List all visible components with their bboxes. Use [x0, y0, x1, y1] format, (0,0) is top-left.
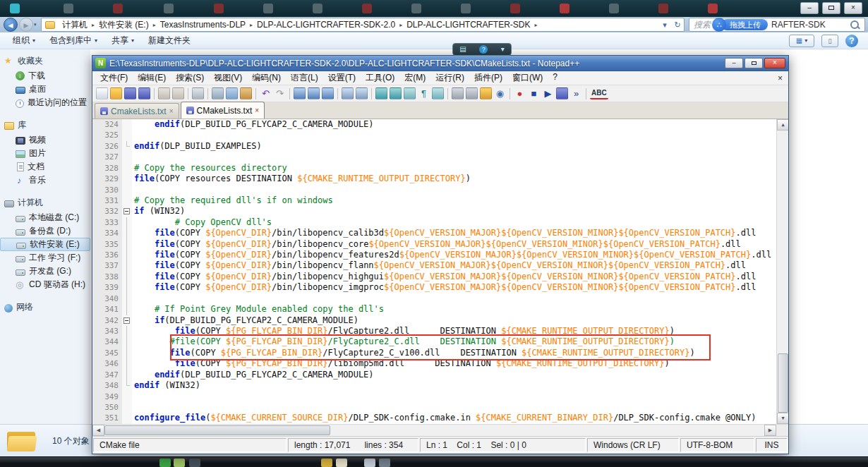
menu-icon[interactable]: ▤	[459, 44, 466, 55]
breadcrumb-segment[interactable]: 软件安装 (E:)	[95, 19, 152, 31]
taskbar-app-icon[interactable]	[321, 459, 332, 467]
taskbar-app-icon[interactable]	[364, 459, 375, 467]
breadcrumb-segment[interactable]: TexasInstruments-DLP	[157, 20, 249, 30]
code-text[interactable]: file(COPY ${OpenCV_DIR}/bin/libopencv_co…	[132, 239, 776, 250]
taskbar-app-icon[interactable]	[159, 459, 171, 467]
fold-toggle-icon[interactable]	[123, 317, 130, 324]
sidebar-group-header-computer[interactable]: 计算机	[0, 195, 90, 211]
vertical-scroll-thumb[interactable]	[778, 353, 788, 413]
fold-margin[interactable]	[122, 358, 132, 369]
app-icon[interactable]	[164, 4, 174, 13]
fold-margin[interactable]	[122, 413, 132, 423]
command-new-folder[interactable]: 新建文件夹	[141, 35, 198, 47]
code-text[interactable]: # Copy the resources directory	[132, 163, 776, 174]
save-all-icon[interactable]	[138, 87, 150, 99]
record-macro-icon[interactable]: ●	[514, 87, 526, 99]
notepad-title-bar[interactable]: N E:\TexasInstruments-DLP\DLP-ALC-LIGHTC…	[92, 56, 788, 71]
app-icon[interactable]	[708, 4, 718, 13]
menu-tools[interactable]: 工具(O)	[361, 72, 399, 84]
fold-margin[interactable]	[122, 141, 132, 152]
fold-margin[interactable]	[122, 174, 132, 184]
upload-app-icon[interactable]: ∴	[712, 18, 726, 32]
close-icon[interactable]: ×	[844, 2, 862, 14]
breadcrumb-segment[interactable]: 计算机	[59, 19, 91, 31]
sidebar-item-downloads[interactable]: 下载	[0, 69, 90, 83]
sidebar-item-software-disk-e[interactable]: 软件安装 (E:)	[0, 238, 90, 251]
app-icon[interactable]	[214, 4, 224, 13]
spell-check-icon[interactable]: ABC	[590, 88, 608, 99]
fold-margin[interactable]	[122, 315, 132, 326]
sidebar-item-desktop[interactable]: 桌面	[0, 83, 90, 96]
app-icon[interactable]	[10, 4, 20, 13]
fold-margin[interactable]	[122, 348, 132, 358]
close-icon[interactable]	[158, 87, 170, 99]
code-text[interactable]: endif (WIN32)	[132, 380, 776, 391]
menu-encoding[interactable]: 编码(N)	[247, 72, 286, 84]
word-wrap-icon[interactable]	[404, 87, 416, 99]
menu-settings[interactable]: 设置(T)	[323, 72, 361, 84]
menubar-close-icon[interactable]: ×	[778, 73, 788, 83]
floating-toolbar[interactable]: ▤?▾	[452, 43, 512, 56]
undo-icon[interactable]: ↶	[260, 87, 272, 99]
fold-margin[interactable]	[122, 250, 132, 260]
code-text[interactable]: file(COPY ${OpenCV_DIR}/bin/libopencv_fl…	[132, 260, 776, 271]
play-macro-icon[interactable]: ▶	[542, 87, 554, 99]
fold-margin[interactable]	[122, 185, 132, 195]
help-button[interactable]: ?	[845, 35, 858, 47]
function-list-icon[interactable]	[466, 87, 478, 99]
app-icon[interactable]	[113, 4, 123, 13]
sidebar-item-documents[interactable]: 文档	[0, 160, 90, 174]
folder-workspace-icon[interactable]	[480, 87, 492, 99]
app-icon[interactable]	[313, 4, 323, 13]
save-icon[interactable]	[124, 87, 136, 99]
find-in-files-icon[interactable]	[322, 87, 334, 99]
sidebar-item-cd-drive-h[interactable]: CD 驱动器 (H:)	[0, 278, 90, 291]
code-text[interactable]: # If Point Grey Module enabled copy the …	[132, 304, 776, 315]
indent-guide-icon[interactable]	[432, 87, 444, 99]
tab-2[interactable]: CMakeLists.txt×	[181, 102, 265, 119]
fold-margin[interactable]	[122, 282, 132, 293]
code-text[interactable]	[132, 152, 776, 162]
code-text[interactable]: configure_file(${CMAKE_CURRENT_SOURCE_DI…	[132, 413, 776, 423]
app-icon[interactable]	[510, 4, 520, 13]
preview-pane-button[interactable]: ▯	[821, 35, 838, 47]
fold-margin[interactable]	[122, 130, 132, 140]
sidebar-group-header-libraries[interactable]: 库	[0, 118, 90, 133]
menu-plugins[interactable]: 插件(P)	[469, 72, 507, 84]
sync-vertical-icon[interactable]	[375, 87, 387, 99]
scroll-up-icon[interactable]: ▲	[777, 119, 788, 131]
code-text[interactable]: if(DLP_BUILD_PG_FLYCAP2_C_CAMERA_MODULE)	[132, 315, 776, 326]
tab-close-icon[interactable]: ×	[255, 107, 259, 114]
app-icon[interactable]	[64, 4, 73, 13]
fold-margin[interactable]	[122, 380, 132, 391]
breadcrumb-segment[interactable]: DLP-ALC-LIGHTCRAFTER-SDK	[403, 20, 534, 30]
code-text[interactable]: file(COPY ${OpenCV_DIR}/bin/libopencv_ca…	[132, 228, 776, 238]
open-folder-icon[interactable]	[110, 87, 122, 99]
close-all-icon[interactable]	[172, 87, 184, 99]
find-icon[interactable]	[294, 87, 306, 99]
code-text[interactable]: #file(COPY ${PG_FLYCAP_BIN_DIR}/FlyCaptu…	[132, 336, 776, 347]
code-text[interactable]: file(COPY ${PG_FLYCAP_BIN_DIR}/FlyCaptur…	[132, 326, 776, 336]
sidebar-item-recent-places[interactable]: 最近访问的位置	[0, 96, 90, 109]
app-icon[interactable]	[263, 4, 273, 13]
show-all-chars-icon[interactable]: ¶	[418, 87, 430, 99]
monitoring-icon[interactable]: ◉	[494, 87, 506, 99]
taskbar-app-icon[interactable]	[379, 459, 390, 467]
print-icon[interactable]	[192, 87, 204, 99]
stop-macro-icon[interactable]: ■	[528, 87, 540, 99]
run-macro-multiple-icon[interactable]: »	[570, 87, 582, 99]
fold-margin[interactable]	[122, 119, 132, 130]
app-icon[interactable]	[609, 4, 619, 13]
app-icon[interactable]	[560, 4, 569, 13]
command-share[interactable]: 共享▾	[104, 35, 141, 47]
fold-margin[interactable]	[122, 370, 132, 380]
restore-icon[interactable]	[745, 58, 763, 68]
command-include-in-library[interactable]: 包含到库中▾	[42, 35, 104, 47]
fold-margin[interactable]	[122, 260, 132, 271]
doc-map-icon[interactable]	[452, 87, 464, 99]
taskbar[interactable]	[0, 456, 868, 467]
code-text[interactable]: file(COPY resources DESTINATION ${CMAKE_…	[132, 174, 776, 184]
fold-margin[interactable]	[122, 304, 132, 315]
sidebar-item-local-disk-c[interactable]: 本地磁盘 (C:)	[0, 211, 90, 224]
fold-margin[interactable]	[122, 195, 132, 206]
